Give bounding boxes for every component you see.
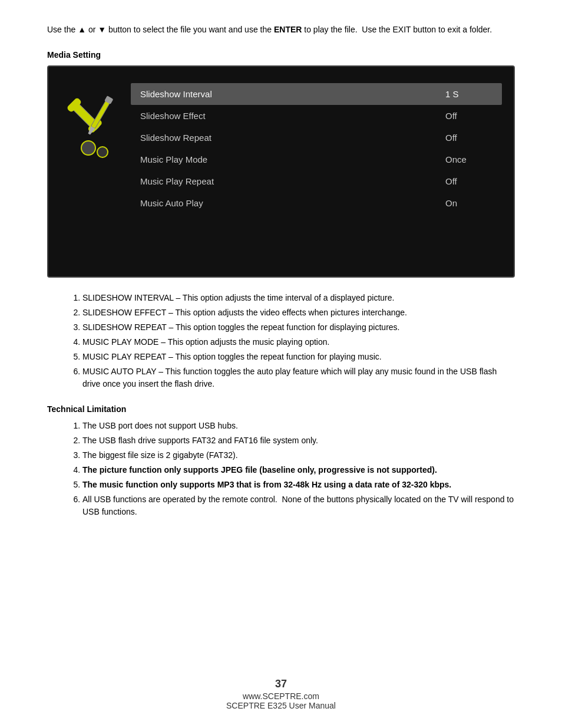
list-item-4: MUSIC PLAY MODE – This option adjusts th… — [82, 336, 515, 348]
menu-value-slideshow-repeat: Off — [445, 133, 492, 143]
list-item-6: MUSIC AUTO PLAY – This function toggles … — [82, 365, 515, 390]
list-item-5: MUSIC PLAY REPEAT – This option toggles … — [82, 351, 515, 363]
menu-row-music-play-mode[interactable]: Music Play Mode Once — [131, 149, 502, 170]
menu-row-music-play-repeat[interactable]: Music Play Repeat Off — [131, 170, 502, 192]
slideshow-options-list: SLIDESHOW INTERVAL – This option adjusts… — [82, 292, 515, 390]
page-number: 37 — [0, 678, 562, 690]
media-setting-title: Media Setting — [47, 50, 515, 60]
tech-item-3: The biggest file size is 2 gigabyte (FAT… — [82, 449, 515, 462]
footer-manual: SCEPTRE E325 User Manual — [226, 701, 336, 710]
media-screen: Slideshow Interval 1 S Slideshow Effect … — [47, 65, 515, 278]
menu-value-music-play-mode: Once — [445, 154, 492, 164]
menu-value-music-auto-play: On — [445, 198, 492, 208]
list-item-1: SLIDESHOW INTERVAL – This option adjusts… — [82, 292, 515, 304]
menu-label-slideshow-repeat: Slideshow Repeat — [140, 133, 445, 143]
svg-point-7 — [97, 147, 108, 157]
tech-item-2: The USB flash drive supports FAT32 and F… — [82, 434, 515, 447]
tool-icon-area — [60, 78, 131, 167]
technical-limitation-title: Technical Limitation — [47, 404, 515, 414]
tools-icon — [66, 84, 125, 167]
menu-value-slideshow-interval: 1 S — [445, 89, 492, 99]
menu-area: Slideshow Interval 1 S Slideshow Effect … — [131, 78, 502, 214]
menu-label-music-auto-play: Music Auto Play — [140, 198, 445, 208]
tech-item-1: The USB port does not support USB hubs. — [82, 420, 515, 432]
list-item-3: SLIDESHOW REPEAT – This option toggles t… — [82, 321, 515, 334]
tech-item-6: All USB functions are operated by the re… — [82, 493, 515, 518]
list-item-2: SLIDESHOW EFFECT – This option adjusts t… — [82, 307, 515, 319]
intro-text: Use the ▲ or ▼ button to select the file… — [47, 24, 515, 36]
menu-row-slideshow-effect[interactable]: Slideshow Effect Off — [131, 105, 502, 127]
svg-point-6 — [81, 141, 95, 155]
menu-row-slideshow-repeat[interactable]: Slideshow Repeat Off — [131, 127, 502, 149]
menu-label-slideshow-effect: Slideshow Effect — [140, 111, 445, 121]
tech-item-4: The picture function only supports JPEG … — [82, 464, 515, 476]
footer-website: www.SCEPTRE.com — [243, 691, 319, 701]
menu-label-slideshow-interval: Slideshow Interval — [140, 89, 445, 99]
menu-value-slideshow-effect: Off — [445, 111, 492, 121]
footer: 37 www.SCEPTRE.com SCEPTRE E325 User Man… — [0, 678, 562, 710]
menu-label-music-play-repeat: Music Play Repeat — [140, 176, 445, 186]
technical-limitation-list: The USB port does not support USB hubs. … — [82, 420, 515, 518]
menu-value-music-play-repeat: Off — [445, 176, 492, 186]
menu-label-music-play-mode: Music Play Mode — [140, 154, 445, 164]
menu-row-music-auto-play[interactable]: Music Auto Play On — [131, 192, 502, 214]
tech-item-5: The music function only supports MP3 tha… — [82, 479, 515, 491]
menu-row-slideshow-interval[interactable]: Slideshow Interval 1 S — [131, 83, 502, 105]
